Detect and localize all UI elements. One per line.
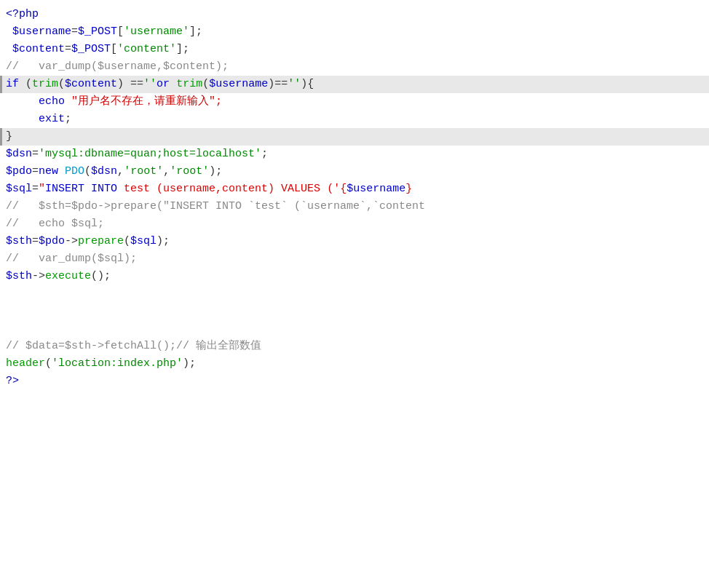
code-line-7: exit; <box>0 111 709 128</box>
code-line-1: <?php <box>0 6 709 23</box>
code-line-14: $sth=$pdo->prepare($sql); <box>0 233 709 250</box>
code-line-10: $pdo=new PDO($dsn,'root','root'); <box>0 163 709 180</box>
code-line-2: $username=$_POST['username']; <box>0 23 709 41</box>
code-line-15: // var_dump($sql); <box>0 250 709 268</box>
php-open-tag: <?php <box>6 6 39 23</box>
code-line-12: // $sth=$pdo->prepare("INSERT INTO `test… <box>0 198 709 215</box>
code-line-11: $sql="INSERT INTO test (username,content… <box>0 180 709 198</box>
code-line-9: $dsn='mysql:dbname=quan;host=localhost'; <box>0 146 709 163</box>
php-close-tag: ?> <box>6 373 19 390</box>
code-line-22: ?> <box>0 373 709 390</box>
code-line-19 <box>0 320 709 338</box>
code-line-6: echo "用户名不存在，请重新输入"; <box>0 93 709 111</box>
code-line-13: // echo $sql; <box>0 215 709 233</box>
code-line-20: // $data=$sth->fetchAll();// 输出全部数值 <box>0 338 709 355</box>
code-line-8: } <box>0 128 709 146</box>
code-line-3: $content=$_POST['content']; <box>0 41 709 58</box>
code-line-16: $sth->execute(); <box>0 268 709 285</box>
code-line-5: if (trim($content) ==''or trim($username… <box>0 76 709 93</box>
code-line-18 <box>0 303 709 320</box>
code-line-17 <box>0 285 709 303</box>
code-line-21: header('location:index.php'); <box>0 355 709 373</box>
code-editor: <?php $username=$_POST['username']; $con… <box>0 0 709 588</box>
code-line-4: // var_dump($username,$content); <box>0 58 709 76</box>
